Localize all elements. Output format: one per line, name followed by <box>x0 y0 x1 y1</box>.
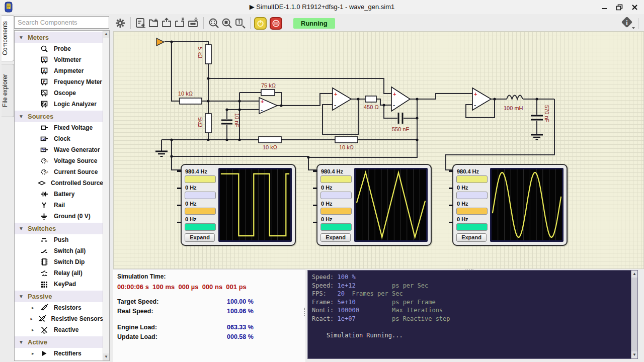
scope-input-pin[interactable] <box>449 170 453 172</box>
expand-button[interactable]: Expand <box>185 233 215 242</box>
tree-item-current-source[interactable]: ACurrent Source <box>15 166 103 177</box>
zoom-selected-button[interactable] <box>220 17 233 30</box>
new-circuit-button[interactable] <box>147 17 160 30</box>
channel-1-button[interactable] <box>456 175 488 183</box>
minimize-button[interactable] <box>598 3 611 11</box>
circuit-canvas[interactable]: +- +- +- +- 5 kΩ10 kΩ75 kΩ5kΩ10 nF10 kΩ1… <box>113 31 644 269</box>
panel-splitter-handle[interactable] <box>304 308 305 316</box>
expand-arrow-icon[interactable]: ▸ <box>32 327 38 332</box>
tree-item-controlled-source[interactable]: Controlled Source <box>15 177 103 189</box>
voltmeter-icon: V <box>38 56 51 64</box>
tree-item-voltmeter[interactable]: VVoltmeter <box>15 54 103 65</box>
channel-3-button[interactable] <box>456 208 488 215</box>
scope-input-pin[interactable] <box>313 188 317 189</box>
oscilloscope-widget[interactable]: 980.4 Hz0 Hz0 Hz0 HzExpand <box>452 164 568 246</box>
tree-item-reactive[interactable]: ▸Reactive <box>15 324 103 335</box>
tree-item-wave-gen[interactable]: Wave Generator <box>15 144 103 155</box>
scope-input-pin[interactable] <box>177 170 182 172</box>
tree-item-oscope[interactable]: Oscope <box>15 87 103 99</box>
oscilloscope-widget[interactable]: 980.4 Hz0 Hz0 Hz0 HzExpand <box>316 164 432 246</box>
expand-arrow-icon[interactable]: ▸ <box>32 351 38 356</box>
channel-frequency: 0 Hz <box>457 201 488 207</box>
save-as-circuit-button[interactable] <box>187 17 200 30</box>
console-scrollbar[interactable]: ▲ ▼ <box>631 270 637 358</box>
scroll-up-icon[interactable]: ▲ <box>103 31 109 38</box>
scope-input-pin[interactable] <box>449 188 453 189</box>
channel-3-button[interactable] <box>320 208 352 215</box>
titlebar: ▶ SimulIDE-1.1.0 R1912+dfsg-1 - wave_gen… <box>0 0 644 14</box>
collapse-triangle-icon: ▼ <box>15 294 28 299</box>
tree-item-clock[interactable]: Clock <box>15 133 103 144</box>
tree-category-active[interactable]: ▼Active <box>15 336 103 348</box>
scope-input-pin[interactable] <box>177 205 182 206</box>
tree-item-fixed-voltage[interactable]: Fixed Voltage <box>15 122 103 133</box>
tree-item-push[interactable]: Push <box>15 234 103 245</box>
svg-text:-: - <box>474 102 476 109</box>
tree-category-meters[interactable]: ▼Meters <box>15 32 103 43</box>
tree-item-switch[interactable]: Switch (all) <box>15 245 103 256</box>
channel-2-button[interactable] <box>456 192 488 199</box>
scope-input-pin[interactable] <box>177 222 182 223</box>
pause-button[interactable] <box>270 17 282 30</box>
tree-item-freq-meter[interactable]: FFrequency Meter <box>15 76 103 87</box>
channel-3-button[interactable] <box>185 208 216 215</box>
tree-category-switches[interactable]: ▼Switches <box>15 223 103 234</box>
info-button[interactable]: i <box>621 17 636 30</box>
tree-item-rail[interactable]: Rail <box>15 200 103 211</box>
tree-scrollbar[interactable]: ▲ ▼ <box>103 31 109 360</box>
channel-1-button[interactable] <box>320 175 352 183</box>
save-circuit-button[interactable] <box>174 17 187 30</box>
tree-item-battery[interactable]: Battery <box>15 189 103 200</box>
tree-category-sources[interactable]: ▼Sources <box>15 111 103 122</box>
expand-button[interactable]: Expand <box>320 233 351 242</box>
maximize-button[interactable] <box>613 3 626 11</box>
tree-category-passive[interactable]: ▼Passive <box>15 291 103 302</box>
tree-item-ground[interactable]: Ground (0 V) <box>15 211 103 222</box>
oscilloscope-widget[interactable]: 980.4 Hz0 Hz0 Hz0 HzExpand <box>181 164 296 246</box>
tab-components[interactable]: Components <box>2 15 14 61</box>
scroll-down-icon[interactable]: ▼ <box>631 351 637 358</box>
scroll-up-icon[interactable]: ▲ <box>631 270 637 278</box>
tree-item-keypad[interactable]: KeyPad <box>15 279 103 290</box>
tree-item-relay[interactable]: Relay (all) <box>15 267 103 279</box>
expand-button[interactable]: Expand <box>456 233 487 242</box>
zoom-one-button[interactable] <box>233 17 247 30</box>
zoom-fit-button[interactable] <box>207 17 220 30</box>
search-input[interactable] <box>14 16 109 29</box>
scope-input-pin[interactable] <box>313 222 317 223</box>
scope-input-pin[interactable] <box>177 188 182 189</box>
scope-input-pin[interactable] <box>449 205 453 206</box>
scope-input-pin[interactable] <box>449 222 453 223</box>
tree-item-rectifiers[interactable]: ▸Rectifiers <box>15 348 103 359</box>
settings-button[interactable] <box>114 17 127 30</box>
expand-arrow-icon[interactable]: ▸ <box>30 316 36 321</box>
recent-circuits-button[interactable] <box>134 17 147 30</box>
channel-frequency: 0 Hz <box>457 185 488 191</box>
clock-icon <box>38 135 51 143</box>
scroll-down-icon[interactable]: ▼ <box>103 353 109 360</box>
tab-file-explorer[interactable]: File explorer <box>2 64 14 117</box>
tree-item-switch-dip[interactable]: Switch Dip <box>15 256 103 267</box>
channel-2-button[interactable] <box>320 192 352 199</box>
channel-4-button[interactable] <box>320 223 352 231</box>
tree-item-voltage-source[interactable]: VVoltage Source <box>15 155 103 166</box>
channel-4-button[interactable] <box>185 223 216 231</box>
close-button[interactable] <box>628 3 641 11</box>
power-button[interactable] <box>254 17 267 30</box>
console-line: FPS: 20 Frames per Sec <box>312 290 633 298</box>
channel-2-button[interactable] <box>185 192 216 199</box>
tree-item-probe[interactable]: Probe <box>15 43 103 54</box>
tree-item-resistors[interactable]: ▸Resistors <box>15 302 103 313</box>
item-label: Voltmeter <box>54 56 81 63</box>
tree-item-resistive-sensors[interactable]: ▸Resistive Sensors <box>15 313 103 324</box>
scope-input-pin[interactable] <box>313 170 317 172</box>
open-circuit-button[interactable] <box>160 17 174 30</box>
channel-4-button[interactable] <box>456 223 488 231</box>
toolbar: Running <box>114 16 335 30</box>
tree-item-ampmeter[interactable]: AAmpmeter <box>15 65 103 76</box>
tree-item-logic-analyzer[interactable]: Logic Analyzer <box>15 99 103 110</box>
junction-dot <box>416 98 418 100</box>
expand-arrow-icon[interactable]: ▸ <box>32 305 38 310</box>
channel-1-button[interactable] <box>185 175 216 183</box>
scope-input-pin[interactable] <box>313 205 317 206</box>
